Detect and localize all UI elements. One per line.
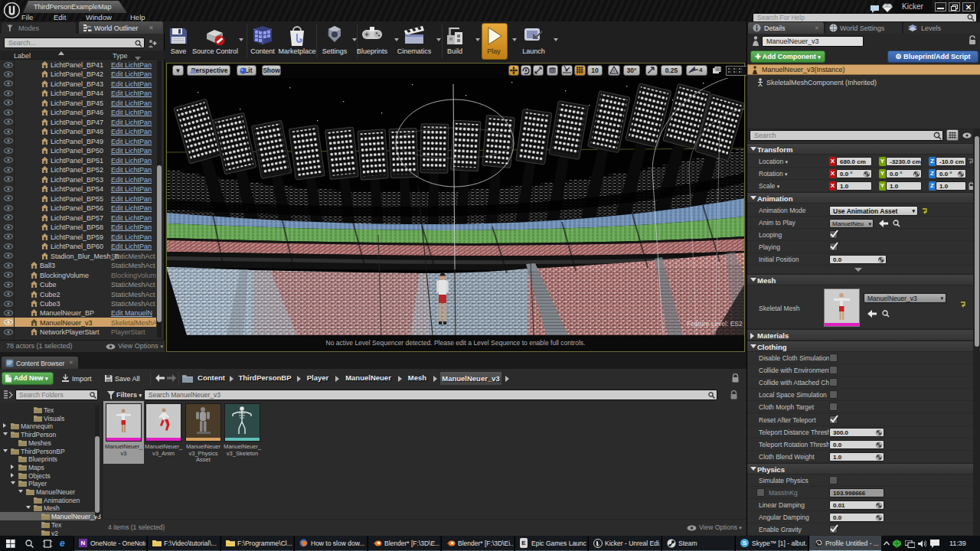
svg-text:Feature Level: ES2: Feature Level: ES2 bbox=[687, 320, 743, 328]
